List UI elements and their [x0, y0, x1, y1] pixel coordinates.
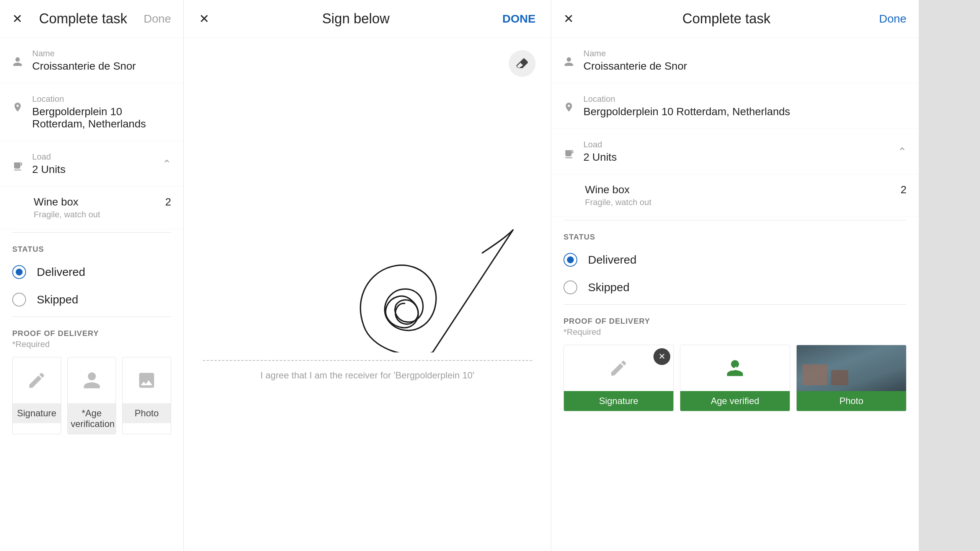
left-signature-icon-area: [13, 357, 61, 403]
left-pod-section: PROOF OF DELIVERY *Required Signature *A…: [0, 320, 183, 443]
right-name-value: Croissanterie de Snor: [583, 60, 687, 72]
right-signature-btn[interactable]: ✕ Signature: [564, 345, 674, 411]
left-photo-label: Photo: [122, 403, 171, 423]
left-name-row: Name Croissanterie de Snor: [0, 38, 183, 83]
left-pod-header: PROOF OF DELIVERY: [12, 329, 171, 338]
left-close-icon[interactable]: ✕: [12, 13, 23, 25]
left-skipped-radio[interactable]: [12, 293, 26, 306]
right-pod-buttons: ✕ Signature Age verified: [564, 345, 906, 411]
person-icon: [12, 56, 23, 70]
location-icon: [12, 102, 23, 115]
right-done-button[interactable]: Done: [879, 12, 906, 25]
left-delivered-row[interactable]: Delivered: [0, 258, 183, 286]
signature-x-badge[interactable]: ✕: [653, 348, 670, 365]
right-name-label: Name: [583, 49, 687, 59]
right-pod-section: PROOF OF DELIVERY *Required ✕ Signature: [551, 308, 919, 421]
left-skipped-label: Skipped: [37, 293, 78, 306]
right-divider-2: [564, 304, 906, 305]
left-photo-icon-area: [122, 357, 171, 403]
left-load-row: Load 2 Units ⌃: [0, 141, 183, 187]
right-delivered-radio-inner: [567, 256, 574, 263]
left-signature-btn[interactable]: Signature: [12, 357, 61, 434]
left-panel: ✕ Complete task Done Name Croissanterie …: [0, 0, 184, 551]
right-load-icon: [564, 149, 574, 162]
load-icon: [12, 161, 23, 174]
middle-panel: ✕ Sign below DONE: [184, 0, 551, 551]
right-panel: ✕ Complete task Done Name Croissanterie …: [551, 0, 919, 551]
right-wine-box-row: Wine box 2 Fragile, watch out: [551, 174, 919, 217]
right-pod-required: *Required: [564, 327, 906, 337]
right-delivered-label: Delivered: [588, 253, 637, 266]
left-age-icon-area: [68, 357, 116, 403]
left-age-btn[interactable]: *Age verification: [67, 357, 116, 434]
sign-line-area: I agree that I am the receiver for 'Berg…: [203, 360, 532, 382]
left-wine-box-header: Wine box 2: [34, 196, 171, 208]
left-delivered-label: Delivered: [37, 266, 85, 279]
left-skipped-row[interactable]: Skipped: [0, 286, 183, 313]
left-load-chevron-icon[interactable]: ⌃: [162, 158, 171, 170]
right-age-icon-area: [680, 345, 790, 391]
right-skipped-row[interactable]: Skipped: [551, 274, 919, 301]
right-load-row: Load 2 Units ⌃: [551, 129, 919, 174]
left-name-content: Name Croissanterie de Snor: [32, 49, 136, 72]
left-load-value: 2 Units: [32, 163, 153, 176]
right-location-icon: [564, 102, 574, 115]
right-skipped-radio[interactable]: [564, 280, 577, 294]
left-age-label: *Age verification: [68, 403, 116, 434]
right-content: Name Croissanterie de Snor Location Berg…: [551, 38, 919, 551]
right-name-content: Name Croissanterie de Snor: [583, 49, 687, 72]
right-signature-label: Signature: [564, 391, 673, 411]
signature-canvas-area[interactable]: I agree that I am the receiver for 'Berg…: [184, 38, 551, 551]
right-load-chevron-icon[interactable]: ⌃: [898, 145, 906, 158]
right-age-btn[interactable]: Age verified: [680, 345, 790, 411]
eraser-button[interactable]: [509, 50, 536, 77]
middle-header: ✕ Sign below DONE: [184, 0, 551, 38]
right-name-row: Name Croissanterie de Snor: [551, 38, 919, 83]
right-location-content: Location Bergpolderplein 10 Rotterdam, N…: [583, 94, 790, 118]
right-load-value: 2 Units: [583, 151, 889, 163]
left-photo-btn[interactable]: Photo: [122, 357, 171, 434]
left-delivered-radio[interactable]: [12, 265, 26, 279]
left-wine-box-note: Fragile, watch out: [34, 210, 171, 220]
left-status-header: STATUS: [0, 236, 183, 258]
left-content: Name Croissanterie de Snor Location Berg…: [0, 38, 183, 551]
left-header: ✕ Complete task Done: [0, 0, 183, 38]
right-pod-header: PROOF OF DELIVERY: [564, 317, 906, 326]
right-wine-box-header: Wine box 2: [585, 184, 906, 196]
right-photo-label: Photo: [797, 391, 906, 411]
sign-agreement-text: I agree that I am the receiver for 'Berg…: [260, 368, 474, 382]
middle-title: Sign below: [322, 11, 390, 27]
left-location-label: Location: [32, 94, 171, 104]
right-location-value: Bergpolderplein 10 Rotterdam, Netherland…: [583, 106, 790, 118]
middle-done-button[interactable]: DONE: [502, 12, 536, 25]
left-wine-box-count: 2: [165, 196, 171, 208]
left-load-label: Load: [32, 152, 153, 162]
right-wine-box-note: Fragile, watch out: [585, 197, 906, 207]
right-title: Complete task: [683, 11, 771, 27]
left-wine-box-title: Wine box: [34, 196, 78, 208]
left-name-label: Name: [32, 49, 136, 59]
right-location-label: Location: [583, 94, 790, 104]
left-location-row: Location Bergpolderplein 10 Rotterdam, N…: [0, 83, 183, 141]
right-skipped-label: Skipped: [588, 281, 629, 294]
right-wine-box-count: 2: [900, 184, 906, 196]
right-location-row: Location Bergpolderplein 10 Rotterdam, N…: [551, 83, 919, 129]
right-delivered-row[interactable]: Delivered: [551, 246, 919, 274]
left-delivered-radio-inner: [16, 269, 23, 276]
right-photo-icon-area: [797, 345, 906, 391]
signature-drawing[interactable]: [214, 207, 521, 352]
right-photo-btn[interactable]: Photo: [796, 345, 906, 411]
right-status-header: STATUS: [551, 223, 919, 246]
right-load-label: Load: [583, 140, 889, 150]
right-close-icon[interactable]: ✕: [564, 13, 574, 25]
right-load-content: Load 2 Units: [583, 140, 889, 163]
left-pod-required: *Required: [12, 339, 171, 349]
right-signature-icon-area: ✕: [564, 345, 673, 391]
right-age-label: Age verified: [680, 391, 790, 411]
left-done-button[interactable]: Done: [144, 12, 171, 25]
left-divider-1: [12, 232, 171, 233]
middle-close-icon[interactable]: ✕: [199, 13, 209, 25]
left-wine-box-row: Wine box 2 Fragile, watch out: [0, 187, 183, 229]
right-divider-1: [564, 220, 906, 220]
right-delivered-radio[interactable]: [564, 253, 577, 267]
